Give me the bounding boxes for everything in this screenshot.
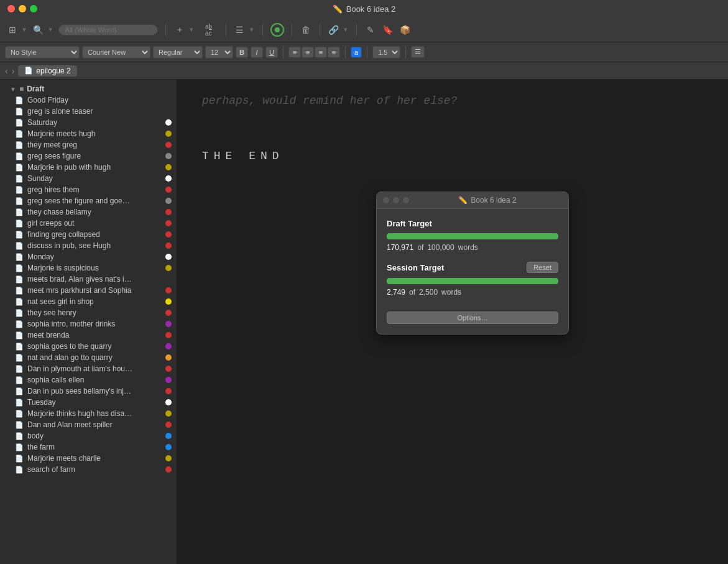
color-dot <box>165 209 172 215</box>
bold-button[interactable]: B <box>236 47 248 58</box>
close-button[interactable] <box>7 5 15 12</box>
attach-button[interactable]: 🔗 <box>328 24 340 36</box>
editor-area[interactable]: perhaps, would remind her of her else? T… <box>177 80 728 564</box>
doc-icon: 📄 <box>15 320 24 328</box>
sidebar-item[interactable]: 📄they see henry <box>0 307 177 318</box>
item-label: they chase bellamy <box>27 208 162 216</box>
sidebar-item[interactable]: 📄Sunday <box>0 173 177 184</box>
sidebar-item[interactable]: 📄nat sees girl in shop <box>0 296 177 307</box>
sidebar-item[interactable]: 📄Marjorie meets hugh <box>0 128 177 139</box>
sidebar-item[interactable]: 📄meet brenda <box>0 330 177 341</box>
item-label: Marjorie in pub with hugh <box>27 163 162 172</box>
sidebar-item[interactable]: 📄nat and alan go tto quarry <box>0 352 177 363</box>
sidebar-item[interactable]: 📄sophia calls ellen <box>0 374 177 386</box>
sidebar-item[interactable]: 📄Marjorie thinks hugh has disa… <box>0 408 177 419</box>
sidebar-item[interactable]: 📄Marjorie is suspicious <box>0 262 177 274</box>
sidebar-item[interactable]: 📄Good Friday <box>0 95 177 106</box>
sidebar-item[interactable]: 📄finding greg collapsed <box>0 229 177 240</box>
sidebar-item[interactable]: 📄sophia intro, mother drinks <box>0 318 177 330</box>
window-title: ✏️ Book 6 idea 2 <box>333 4 396 14</box>
format-sep3 <box>367 46 367 58</box>
separator <box>165 24 166 36</box>
weight-select[interactable]: Regular Bold Italic <box>153 46 203 58</box>
color-dot <box>165 422 172 428</box>
sidebar-item[interactable]: 📄Marjorie meets charlie <box>0 453 177 464</box>
sidebar-item[interactable]: 📄Marjorie in pub with hugh <box>0 162 177 173</box>
align-left-button[interactable]: ≡ <box>288 47 301 58</box>
sidebar-item[interactable]: 📄they chase bellamy <box>0 206 177 218</box>
sidebar-item[interactable]: 📄greg is alone teaser <box>0 106 177 117</box>
line-spacing-select[interactable]: 1.5 1.0 2.0 <box>372 46 400 58</box>
list-indent-button[interactable]: ☰ <box>411 46 425 58</box>
sidebar-item[interactable]: 📄greg sees figure <box>0 150 177 162</box>
sidebar-item[interactable]: 📄Saturday <box>0 117 177 128</box>
sidebar-item[interactable]: 📄girl creeps out <box>0 218 177 229</box>
sidebar-item[interactable]: 📄Monday <box>0 251 177 262</box>
separator5 <box>320 24 320 36</box>
align-right-button[interactable]: ≡ <box>315 47 327 58</box>
active-tab[interactable]: 📄 epilogue 2 <box>18 65 76 76</box>
edit-button[interactable]: ✎ <box>364 24 377 36</box>
sidebar-item[interactable]: 📄search of farm <box>0 464 177 475</box>
item-label: search of farm <box>27 465 162 474</box>
spellcheck-button[interactable]: ab̲ac <box>200 24 218 36</box>
doc-icon: 📄 <box>15 287 24 295</box>
doc-icon: 📄 <box>15 130 24 138</box>
sidebar-toggle-button[interactable]: ⊞ <box>6 24 19 36</box>
word-count-popup[interactable]: ✏️ Book 6 idea 2 Draft Target 170,971 of… <box>376 192 569 335</box>
color-dot <box>165 310 172 316</box>
main-toolbar: ⊞ ▼ 🔍 ▼ ＋ ▼ ab̲ac ☰ ▼ 🗑 🔗 ▼ ✎ 🔖 📦 <box>0 17 728 42</box>
style-select[interactable]: No Style Paragraph Heading 1 Heading 2 <box>5 46 80 58</box>
sidebar-item[interactable]: 📄meet mrs parkhurst and Sophia <box>0 285 177 296</box>
list-button[interactable]: ☰ <box>234 24 246 36</box>
sidebar-item[interactable]: 📄meets brad, Alan gives nat's i… <box>0 274 177 285</box>
draft-folder[interactable]: ▼ ■ Draft <box>0 83 177 95</box>
prev-tab-button[interactable]: ‹ <box>5 66 8 76</box>
color-dot <box>165 131 172 137</box>
sidebar-item[interactable]: 📄Dan and Alan meet spiller <box>0 419 177 430</box>
color-dot <box>165 321 172 327</box>
text-color-button[interactable]: a <box>351 47 362 58</box>
underline-button[interactable]: U <box>265 47 278 58</box>
popup-minimize-button[interactable] <box>393 197 399 203</box>
align-center-button[interactable]: ≡ <box>302 47 314 58</box>
sidebar-item[interactable]: 📄Dan in plymouth at liam's hou… <box>0 363 177 374</box>
archive-button[interactable]: 📦 <box>399 24 412 36</box>
add-button[interactable]: ＋ <box>173 24 186 36</box>
reset-button[interactable]: Reset <box>527 262 558 273</box>
sidebar-item[interactable]: 📄they meet greg <box>0 139 177 150</box>
item-label: greg sees figure <box>27 152 162 160</box>
sidebar-item[interactable]: 📄greg sees the figure and goe… <box>0 195 177 206</box>
size-select[interactable]: 12 14 16 <box>205 46 233 58</box>
popup-zoom-button[interactable] <box>403 197 409 203</box>
options-button[interactable]: Options… <box>387 312 558 324</box>
sidebar-item[interactable]: 📄discuss in pub, see Hugh <box>0 240 177 251</box>
doc-icon: 📄 <box>15 432 24 440</box>
maximize-button[interactable] <box>30 5 37 12</box>
doc-icon: 📄 <box>15 119 24 127</box>
sidebar-item[interactable]: 📄Dan in pub sees bellamy's inj… <box>0 386 177 397</box>
sidebar-item[interactable]: 📄body <box>0 430 177 441</box>
trash-button[interactable]: 🗑 <box>300 24 312 36</box>
item-label: nat sees girl in shop <box>27 297 162 306</box>
italic-button[interactable]: I <box>251 47 263 58</box>
editor-end-text: THE END <box>202 147 703 165</box>
search-input[interactable] <box>58 24 158 35</box>
sidebar-item[interactable]: 📄sophia goes to the quarry <box>0 341 177 352</box>
tab-label: epilogue 2 <box>36 67 70 75</box>
next-tab-button[interactable]: › <box>12 66 15 76</box>
target-button[interactable] <box>270 23 284 37</box>
font-select[interactable]: Courier New Arial Helvetica <box>82 46 150 58</box>
align-justify-button[interactable]: ≡ <box>328 47 340 58</box>
sidebar-item[interactable]: 📄the farm <box>0 441 177 453</box>
item-label: Marjorie is suspicious <box>27 264 162 272</box>
minimize-button[interactable] <box>19 5 26 12</box>
sidebar-items-container: 📄Good Friday📄greg is alone teaser📄Saturd… <box>0 95 177 475</box>
item-label: sophia goes to the quarry <box>27 342 162 351</box>
sidebar-item[interactable]: 📄greg hires them <box>0 184 177 195</box>
item-label: Dan and Alan meet spiller <box>27 420 162 429</box>
sidebar-item[interactable]: 📄Tuesday <box>0 397 177 408</box>
popup-close-button[interactable] <box>383 197 389 203</box>
search-button[interactable]: 🔍 <box>32 24 45 36</box>
bookmark-button[interactable]: 🔖 <box>382 24 394 36</box>
